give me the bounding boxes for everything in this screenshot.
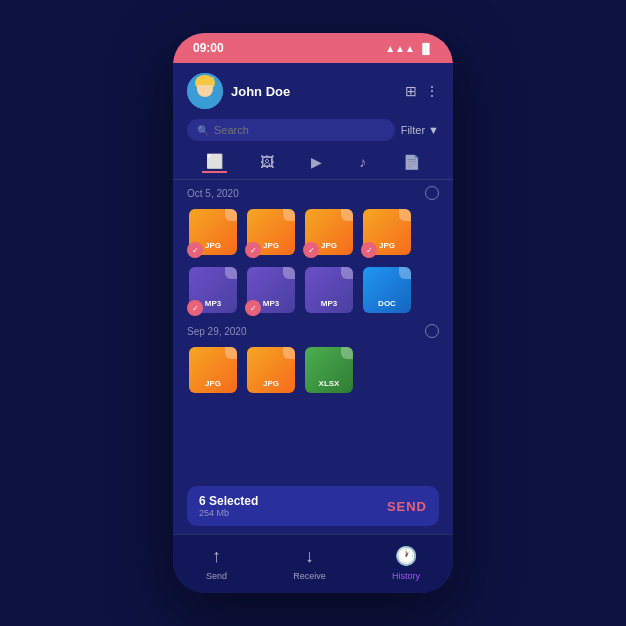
tab-docs[interactable]: 📄 [399, 152, 424, 172]
selected-bar: 6 Selected 254 Mb SEND [187, 486, 439, 526]
bottom-nav: ↑ Send ↓ Receive 🕐 History [173, 534, 453, 593]
tab-images[interactable]: 🖼 [256, 152, 278, 172]
filter-button[interactable]: Filter ▼ [401, 124, 439, 136]
date-label-2: Sep 29, 2020 [187, 326, 247, 337]
search-input[interactable] [214, 124, 385, 136]
file-ear [341, 267, 353, 279]
send-button[interactable]: SEND [387, 499, 427, 514]
files-grid-1: JPG ✓ JPG ✓ JPG [187, 206, 439, 316]
file-item[interactable]: JPG ✓ [245, 206, 297, 258]
file-ear [399, 209, 411, 221]
date-section-2: Sep 29, 2020 JPG JPG [187, 324, 439, 396]
file-check: ✓ [245, 300, 261, 316]
file-ear [225, 267, 237, 279]
file-ear [283, 267, 295, 279]
nav-history[interactable]: 🕐 History [392, 545, 420, 581]
file-ear [225, 347, 237, 359]
file-item[interactable]: JPG ✓ [303, 206, 355, 258]
file-check: ✓ [245, 242, 261, 258]
grid-icon[interactable]: ⊞ [405, 83, 417, 99]
history-nav-label: History [392, 571, 420, 581]
file-check: ✓ [303, 242, 319, 258]
file-check: ✓ [187, 300, 203, 316]
status-bar: 09:00 ▲▲▲ ▐▌ [173, 33, 453, 63]
receive-nav-icon: ↓ [305, 546, 314, 567]
date-row-2: Sep 29, 2020 [187, 324, 439, 338]
header-icons: ⊞ ⋮ [405, 83, 439, 99]
file-item[interactable]: JPG ✓ [361, 206, 413, 258]
avatar [187, 73, 223, 109]
selected-size: 254 Mb [199, 508, 258, 518]
battery-icon: ▐▌ [419, 43, 433, 54]
signal-icon: ▲▲▲ [385, 43, 415, 54]
file-check: ✓ [361, 242, 377, 258]
nav-receive[interactable]: ↓ Receive [293, 546, 326, 581]
tab-video[interactable]: ▶ [307, 152, 326, 172]
username: John Doe [231, 84, 397, 99]
date-label-1: Oct 5, 2020 [187, 188, 239, 199]
search-bar: 🔍 Filter ▼ [173, 115, 453, 145]
date-section-1: Oct 5, 2020 JPG ✓ [187, 186, 439, 316]
date-circle-1[interactable] [425, 186, 439, 200]
file-ear [341, 347, 353, 359]
file-item[interactable]: JPG [245, 344, 297, 396]
file-ear [399, 267, 411, 279]
file-ear [283, 209, 295, 221]
tab-audio[interactable]: ♪ [355, 152, 370, 172]
main-content: John Doe ⊞ ⋮ 🔍 Filter ▼ ⬜ 🖼 ▶ ♪ 📄 [173, 63, 453, 593]
file-card-mp3-3: MP3 [305, 267, 353, 313]
file-ear [283, 347, 295, 359]
file-tabs: ⬜ 🖼 ▶ ♪ 📄 [173, 145, 453, 180]
phone-frame: 09:00 ▲▲▲ ▐▌ [173, 33, 453, 593]
send-nav-label: Send [206, 571, 227, 581]
more-icon[interactable]: ⋮ [425, 83, 439, 99]
file-item[interactable]: MP3 [303, 264, 355, 316]
file-item[interactable]: JPG [187, 344, 239, 396]
file-card-jpg6: JPG [247, 347, 295, 393]
tab-all[interactable]: ⬜ [202, 151, 227, 173]
selected-info: 6 Selected 254 Mb [199, 494, 258, 518]
file-list: Oct 5, 2020 JPG ✓ [173, 180, 453, 486]
history-nav-icon: 🕐 [395, 545, 417, 567]
file-check: ✓ [187, 242, 203, 258]
file-ear [341, 209, 353, 221]
file-item[interactable]: MP3 ✓ [245, 264, 297, 316]
status-icons: ▲▲▲ ▐▌ [385, 43, 433, 54]
filter-label: Filter [401, 124, 425, 136]
file-item[interactable]: JPG ✓ [187, 206, 239, 258]
date-row-1: Oct 5, 2020 [187, 186, 439, 200]
send-nav-icon: ↑ [212, 546, 221, 567]
file-card-doc: DOC [363, 267, 411, 313]
status-time: 09:00 [193, 41, 224, 55]
files-grid-2: JPG JPG XLSX [187, 344, 439, 396]
header: John Doe ⊞ ⋮ [173, 63, 453, 115]
selected-count: 6 Selected [199, 494, 258, 508]
avatar-face [187, 73, 223, 109]
receive-nav-label: Receive [293, 571, 326, 581]
file-item[interactable]: DOC [361, 264, 413, 316]
file-card-xlsx: XLSX [305, 347, 353, 393]
filter-icon: ▼ [428, 124, 439, 136]
date-circle-2[interactable] [425, 324, 439, 338]
file-ear [225, 209, 237, 221]
search-input-wrap[interactable]: 🔍 [187, 119, 395, 141]
file-item[interactable]: MP3 ✓ [187, 264, 239, 316]
file-item[interactable]: XLSX [303, 344, 355, 396]
nav-send[interactable]: ↑ Send [206, 546, 227, 581]
search-icon: 🔍 [197, 125, 209, 136]
file-card-jpg5: JPG [189, 347, 237, 393]
